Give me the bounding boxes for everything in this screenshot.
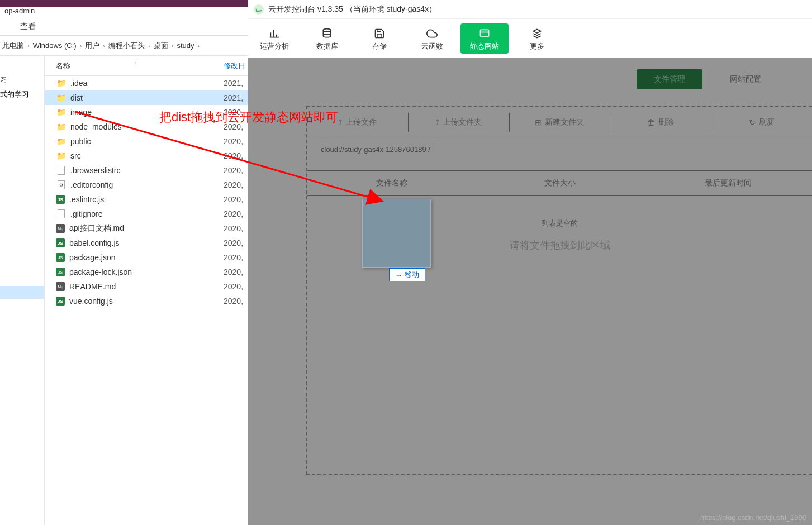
sidebar-item-2[interactable]: 式的学习 xyxy=(0,87,44,102)
file-name: README.md xyxy=(69,282,224,291)
file-date: 2020, xyxy=(224,268,248,276)
file-row[interactable]: JSpackage.json2020, xyxy=(45,250,248,265)
markdown-file-icon: M↓ xyxy=(56,224,65,233)
explorer-menu: 查看 xyxy=(0,18,248,36)
file-list: 名称ˆ 修改日 📁.idea2021,📁dist2021,📁image2020,… xyxy=(45,56,248,525)
json-file-icon: JS xyxy=(56,268,65,276)
arrow-right-icon: → xyxy=(395,271,402,279)
file-row[interactable]: JSbabel.config.js2020, xyxy=(45,236,248,250)
file-date: 2020, xyxy=(224,224,248,233)
file-row[interactable]: .browserslistrc2020, xyxy=(45,163,248,178)
folder-icon: 📁 xyxy=(56,93,66,103)
list-header: 名称ˆ 修改日 xyxy=(45,56,248,76)
js-file-icon: JS xyxy=(56,195,65,204)
drag-dim-overlay xyxy=(248,58,812,525)
file-row[interactable]: M↓api接口文档.md2020, xyxy=(45,221,248,236)
file-date: 2021, xyxy=(224,93,248,102)
database-icon xyxy=(321,26,333,41)
file-date: 2020, xyxy=(224,297,248,306)
folder-icon: 📁 xyxy=(56,122,66,132)
file-name: package.json xyxy=(69,253,224,262)
bc-item-5[interactable]: study xyxy=(175,41,195,50)
console-content: 文件管理 网站配置 ⤴上传文件 ⤴上传文件夹 ⊞新建文件夹 🗑删除 ↻刷新 cl… xyxy=(248,58,812,525)
explorer-title: op-admin xyxy=(0,7,248,18)
file-row[interactable]: ⚙.editorconfig2020, xyxy=(45,178,248,192)
bc-item-4[interactable]: 桌面 xyxy=(153,41,169,51)
file-name: vue.config.js xyxy=(69,297,224,306)
file-name: api接口文档.md xyxy=(69,223,224,233)
cloud-console: 云开发控制台 v1.3.35 （当前环境 study-gas4x） 运营分析数据… xyxy=(248,0,812,525)
toolbar-cloud[interactable]: 云函数 xyxy=(406,21,458,56)
console-toolbar: 运营分析数据库存储云函数静态网站更多 xyxy=(248,19,812,58)
file-name: package-lock.json xyxy=(69,268,224,276)
file-row[interactable]: .gitignore2020, xyxy=(45,207,248,221)
file-row[interactable]: JS.eslintrc.js2020, xyxy=(45,192,248,207)
cloud-icon xyxy=(426,26,438,41)
markdown-file-icon: M↓ xyxy=(56,282,65,291)
file-explorer: op-admin 查看 此电脑› Windows (C:)› 用户› 编程小石头… xyxy=(0,0,248,525)
chart-icon xyxy=(269,26,280,41)
annotation-text: 把dist拖拽到云开发静态网站即可 xyxy=(159,109,338,126)
file-name: .editorconfig xyxy=(70,180,224,189)
file-date: 2020, xyxy=(224,166,248,175)
file-date: 2020, xyxy=(224,180,248,189)
file-row[interactable]: 📁public2020, xyxy=(45,134,248,149)
col-date[interactable]: 修改日 xyxy=(224,61,248,71)
file-date: 2020, xyxy=(224,137,248,146)
folder-icon: 📁 xyxy=(56,151,66,161)
json-file-icon: JS xyxy=(56,253,65,262)
file-icon xyxy=(56,165,66,175)
more-icon xyxy=(531,26,543,41)
file-row[interactable]: M↓README.md2020, xyxy=(45,279,248,294)
file-name: public xyxy=(70,137,224,146)
bc-item-2[interactable]: 用户 xyxy=(84,41,101,51)
file-date: 2020, xyxy=(224,209,248,218)
file-row[interactable]: JSvue.config.js2020, xyxy=(45,294,248,308)
file-date: 2020, xyxy=(224,151,248,160)
folder-icon: 📁 xyxy=(56,136,66,146)
file-row[interactable]: 📁dist2021, xyxy=(45,90,248,105)
file-name: src xyxy=(70,151,224,160)
file-name: .browserslistrc xyxy=(70,166,224,175)
file-date: 2020, xyxy=(224,253,248,262)
bc-item-3[interactable]: 编程小石头 xyxy=(107,41,146,51)
file-name: babel.config.js xyxy=(69,238,224,247)
sidebar-item-1[interactable]: 习 xyxy=(0,73,44,87)
js-file-icon: JS xyxy=(56,238,65,247)
toolbar-chart[interactable]: 运营分析 xyxy=(248,21,301,56)
breadcrumb[interactable]: 此电脑› Windows (C:)› 用户› 编程小石头› 桌面› study› xyxy=(0,36,248,56)
folder-icon: 📁 xyxy=(56,107,66,117)
drag-move-label: → 移动 xyxy=(389,268,425,281)
window-top-bar xyxy=(0,0,248,7)
toolbar-database[interactable]: 数据库 xyxy=(301,21,353,56)
file-name: .gitignore xyxy=(70,209,224,218)
bc-item-1[interactable]: Windows (C:) xyxy=(32,41,78,50)
file-icon xyxy=(56,209,66,219)
toolbar-save[interactable]: 存储 xyxy=(353,21,406,56)
explorer-sidebar: 习 式的学习 xyxy=(0,56,45,525)
folder-icon: 📁 xyxy=(56,78,66,88)
console-titlebar: 云开发控制台 v1.3.35 （当前环境 study-gas4x） xyxy=(248,0,812,19)
config-file-icon: ⚙ xyxy=(56,180,66,190)
file-name: .idea xyxy=(70,79,224,88)
file-date: 2021, xyxy=(224,79,248,88)
file-date: 2020, xyxy=(224,238,248,247)
toolbar-more[interactable]: 更多 xyxy=(511,21,563,56)
file-date: 2020, xyxy=(224,282,248,291)
drag-ghost xyxy=(362,199,431,268)
file-name: dist xyxy=(70,93,224,102)
file-row[interactable]: 📁src2020, xyxy=(45,149,248,163)
cloud-dev-icon xyxy=(254,4,264,15)
file-name: .eslintrc.js xyxy=(69,195,224,204)
watermark: https://blog.csdn.net/qiushi_1990 xyxy=(700,513,806,522)
col-name[interactable]: 名称ˆ xyxy=(45,61,224,71)
file-row[interactable]: 📁.idea2021, xyxy=(45,76,248,90)
menu-view[interactable]: 查看 xyxy=(16,20,40,34)
svg-point-0 xyxy=(323,28,330,31)
file-row[interactable]: JSpackage-lock.json2020, xyxy=(45,265,248,279)
bc-item-0[interactable]: 此电脑 xyxy=(1,41,25,51)
sidebar-sel[interactable] xyxy=(0,286,44,299)
website-icon xyxy=(479,26,490,41)
toolbar-website[interactable]: 静态网站 xyxy=(460,23,509,54)
svg-rect-1 xyxy=(481,30,489,36)
